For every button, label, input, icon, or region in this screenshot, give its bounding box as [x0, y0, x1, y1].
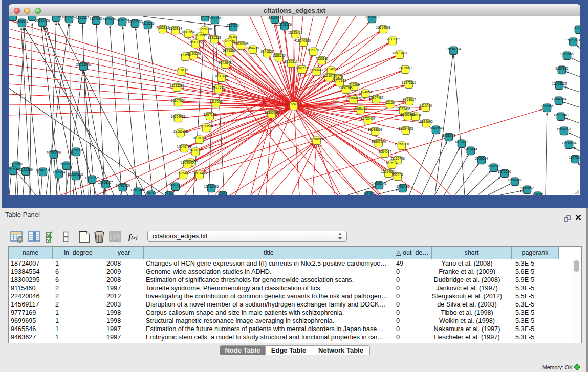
svg-text:9242848: 9242848	[219, 61, 232, 64]
svg-text:12444154: 12444154	[552, 97, 567, 101]
svg-text:252254: 252254	[392, 173, 403, 177]
svg-text:9975887: 9975887	[60, 162, 73, 166]
svg-text:20876812: 20876812	[365, 16, 380, 19]
svg-text:10807487: 10807487	[369, 96, 384, 99]
svg-text:17359934: 17359934	[69, 148, 84, 152]
svg-text:98133: 98133	[146, 191, 156, 195]
svg-text:8137: 8137	[9, 16, 17, 17]
svg-text:9117008: 9117008	[210, 100, 223, 103]
svg-text:2718129: 2718129	[175, 68, 188, 72]
svg-text:(x): (x)	[131, 234, 138, 241]
svg-text:1527602: 1527602	[90, 17, 103, 20]
svg-text:10654112: 10654112	[508, 178, 522, 182]
svg-text:9146821: 9146821	[260, 50, 274, 53]
svg-text:26676068: 26676068	[234, 42, 249, 46]
svg-text:1145194: 1145194	[53, 170, 66, 174]
svg-text:1065327: 1065327	[76, 16, 89, 19]
svg-text:8813054: 8813054	[268, 16, 281, 19]
svg-text:2935114: 2935114	[475, 157, 488, 160]
svg-text:34578: 34578	[334, 75, 343, 78]
svg-text:849584: 849584	[410, 113, 421, 117]
svg-text:7857224: 7857224	[227, 24, 240, 27]
svg-text:1435001: 1435001	[10, 162, 23, 166]
svg-text:16961758: 16961758	[306, 48, 321, 52]
svg-text:7515526: 7515526	[141, 21, 155, 25]
svg-text:8454749: 8454749	[246, 46, 259, 50]
svg-text:9227342: 9227342	[555, 67, 569, 70]
svg-text:20691406: 20691406	[35, 19, 50, 23]
svg-text:12213967: 12213967	[385, 37, 400, 41]
svg-text:10025438: 10025438	[396, 107, 411, 111]
svg-text:19654923: 19654923	[399, 127, 413, 130]
svg-text:924565: 924565	[532, 192, 543, 195]
svg-text:7485063: 7485063	[399, 66, 412, 70]
svg-text:391591: 391591	[9, 167, 18, 171]
svg-text:3267110: 3267110	[204, 113, 216, 116]
svg-text:19166825: 19166825	[173, 129, 188, 133]
svg-text:16914479: 16914479	[192, 171, 207, 175]
svg-text:8031144: 8031144	[215, 74, 228, 78]
svg-text:160465: 160465	[363, 192, 375, 195]
svg-text:1362615: 1362615	[295, 66, 309, 70]
svg-text:8471676: 8471676	[498, 170, 511, 173]
svg-text:20053346: 20053346	[76, 63, 91, 67]
svg-text:10671355: 10671355	[128, 20, 143, 24]
svg-text:16648784: 16648784	[446, 47, 461, 51]
svg-text:19384554: 19384554	[310, 137, 324, 141]
svg-text:1733426: 1733426	[396, 185, 409, 188]
svg-text:20206526: 20206526	[47, 151, 61, 155]
svg-text:10107554: 10107554	[171, 99, 186, 102]
svg-text:1167533: 1167533	[569, 156, 580, 159]
svg-text:17957225: 17957225	[85, 176, 100, 180]
svg-text:18640910: 18640910	[296, 39, 311, 42]
svg-text:8912954: 8912954	[182, 30, 195, 34]
svg-text:23226058: 23226058	[198, 27, 212, 31]
svg-text:9115460: 9115460	[420, 104, 432, 107]
svg-text:12942737: 12942737	[36, 168, 51, 172]
svg-text:11325419: 11325419	[288, 31, 303, 34]
svg-text:15751074: 15751074	[566, 38, 580, 42]
svg-text:9463627: 9463627	[403, 98, 416, 101]
svg-text:12505135: 12505135	[69, 172, 83, 176]
svg-text:18724007: 18724007	[287, 102, 301, 106]
svg-text:16033809: 16033809	[208, 16, 223, 20]
svg-text:6497568: 6497568	[339, 86, 353, 90]
svg-text:16782759: 16782759	[116, 184, 130, 187]
svg-text:9699695: 9699695	[420, 120, 433, 123]
svg-text:14136141: 14136141	[372, 182, 387, 185]
svg-text:11156829: 11156829	[18, 168, 33, 171]
svg-text:8427552: 8427552	[212, 85, 225, 89]
svg-text:8220317: 8220317	[285, 60, 298, 63]
svg-text:7663822: 7663822	[156, 26, 169, 29]
svg-text:11120746: 11120746	[390, 157, 405, 160]
svg-text:12923448: 12923448	[130, 188, 145, 192]
svg-text:1588520: 1588520	[272, 54, 286, 57]
svg-text:7955812: 7955812	[315, 57, 329, 60]
svg-text:22420046: 22420046	[186, 52, 201, 55]
svg-text:9777169: 9777169	[333, 79, 346, 82]
svg-text:17016504: 17016504	[562, 141, 577, 145]
svg-text:8990443: 8990443	[310, 68, 323, 72]
svg-text:9129966: 9129966	[560, 52, 574, 56]
svg-text:20364436: 20364436	[346, 96, 361, 100]
svg-text:9498222: 9498222	[189, 148, 202, 152]
svg-text:9457771: 9457771	[169, 183, 182, 187]
svg-text:5875685: 5875685	[223, 49, 236, 52]
svg-text:19934: 19934	[52, 16, 61, 18]
svg-text:6794028: 6794028	[324, 67, 338, 71]
svg-text:1640954: 1640954	[429, 126, 443, 130]
svg-text:1624554: 1624554	[359, 90, 372, 94]
svg-text:8660124: 8660124	[169, 27, 182, 30]
svg-text:8878334: 8878334	[193, 136, 206, 140]
svg-text:7386372: 7386372	[354, 106, 367, 110]
svg-text:15692971: 15692971	[557, 127, 572, 131]
svg-text:11353594: 11353594	[199, 124, 214, 128]
svg-text:19654983: 19654983	[171, 115, 186, 118]
svg-text:75346: 75346	[228, 35, 237, 39]
svg-text:12213389: 12213389	[170, 84, 185, 87]
svg-text:6466160: 6466160	[103, 17, 116, 21]
svg-text:18300295: 18300295	[265, 111, 279, 114]
svg-text:15716485: 15716485	[204, 185, 219, 188]
svg-text:12923: 12923	[218, 192, 227, 195]
svg-text:1909945: 1909945	[181, 161, 194, 164]
